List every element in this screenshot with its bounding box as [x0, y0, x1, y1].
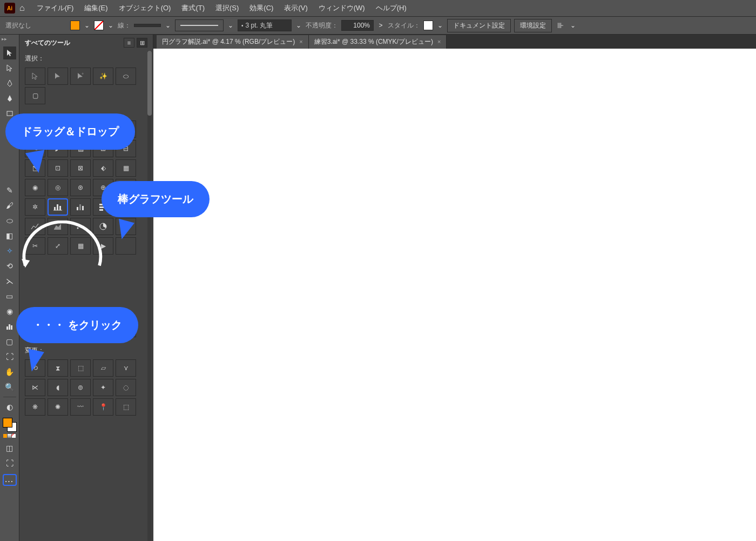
slice-select-cell[interactable]: ⤢ — [48, 237, 68, 255]
artboard-tool[interactable]: ▢ — [3, 335, 16, 348]
hand-tool[interactable]: ✋ — [3, 365, 16, 378]
free-transform-tool[interactable]: ▭ — [3, 290, 16, 303]
stroke-swatch[interactable] — [94, 21, 104, 30]
stroke-dropdown[interactable]: ⌄ — [107, 22, 114, 29]
document-setup-button[interactable]: ドキュメント設定 — [447, 19, 511, 32]
list-view-icon[interactable]: ≡ — [124, 38, 134, 48]
screen-mode-icon[interactable]: ⛶ — [3, 457, 16, 470]
wrinkle-tool-cell[interactable]: 〰 — [70, 398, 91, 416]
menu-window[interactable]: ウィンドウ(W) — [314, 3, 369, 13]
tool-cell[interactable]: ⊡ — [48, 159, 68, 177]
column-graph-tool[interactable] — [3, 320, 16, 333]
shaper-tool[interactable]: ◧ — [3, 229, 16, 242]
opacity-dd[interactable]: > — [377, 22, 384, 29]
menu-type[interactable]: 書式(T) — [177, 3, 209, 13]
menu-object[interactable]: オブジェクト(O) — [114, 3, 176, 13]
stacked-column-graph-cell[interactable] — [70, 198, 91, 216]
scallop-tool-cell[interactable]: ❋ — [25, 398, 45, 416]
slice-tool[interactable]: ⛶ — [3, 350, 16, 363]
menu-effect[interactable]: 効果(C) — [245, 3, 278, 13]
fill-stroke-toggle[interactable]: ◐ — [3, 400, 16, 413]
style-dd[interactable]: ⌄ — [436, 22, 444, 29]
shear-tool-cell[interactable]: ▱ — [93, 359, 113, 377]
brush-select[interactable]: •3 pt. 丸筆 — [238, 19, 292, 31]
perspective-grid-cell[interactable]: ▦ — [70, 237, 91, 255]
tool-cell[interactable]: ▦ — [116, 159, 136, 177]
tool-cell[interactable]: ◉ — [25, 179, 45, 196]
blob-brush-tool[interactable]: ⬭ — [3, 214, 16, 227]
close-icon[interactable]: × — [299, 38, 302, 45]
symbol-sprayer-cell[interactable]: ✲ — [25, 198, 45, 216]
align-icon[interactable]: ⊪ — [555, 21, 566, 30]
tool-cell[interactable]: ◎ — [48, 179, 68, 196]
tool-cell[interactable]: ⬖ — [93, 159, 113, 177]
artboard-tool-cell[interactable]: ▢ — [25, 87, 45, 104]
column-graph-tool-cell[interactable] — [48, 198, 68, 216]
edit-toolbar-button[interactable]: ... — [3, 474, 17, 486]
stroke-profile-select[interactable] — [175, 19, 224, 31]
reshape-tool-cell[interactable]: ⋎ — [116, 359, 136, 377]
home-icon[interactable]: ⌂ — [19, 3, 25, 13]
direct-selection-tool-cell[interactable] — [48, 68, 68, 85]
eyedropper-tool[interactable]: ✎ — [3, 184, 16, 197]
scatter-graph-cell[interactable] — [70, 218, 91, 235]
fill-color[interactable] — [3, 418, 12, 428]
scrollbar-thumb[interactable] — [147, 51, 152, 116]
tool-cell[interactable]: ⊠ — [70, 159, 91, 177]
menu-select[interactable]: 選択(S) — [211, 3, 243, 13]
stroke-weight-dd[interactable]: ⌄ — [164, 22, 172, 29]
magic-wand-tool-cell[interactable]: ✨ — [93, 68, 113, 85]
tab-document-1[interactable]: 円グラフ解説.ai* @ 4.17 % (RGB/プレビュー) × — [157, 35, 309, 49]
brush-dd[interactable]: ⌄ — [295, 22, 302, 29]
rotate-tool[interactable]: ⟲ — [3, 259, 16, 272]
menu-view[interactable]: 表示(V) — [280, 3, 312, 13]
menu-help[interactable]: ヘルプ(H) — [372, 3, 411, 13]
selection-tool[interactable] — [3, 46, 16, 59]
stroke-profile-dd[interactable]: ⌄ — [227, 22, 234, 29]
draw-mode-icon[interactable]: ◫ — [3, 442, 16, 455]
pen-tool[interactable] — [3, 77, 16, 90]
opacity-input[interactable]: 100% — [341, 20, 374, 31]
style-swatch[interactable] — [423, 21, 433, 30]
scrollbar[interactable] — [147, 51, 152, 541]
zoom-tool[interactable]: 🔍 — [3, 380, 16, 393]
fill-swatch[interactable] — [70, 21, 80, 30]
puppet-warp-cell[interactable]: 📍 — [93, 398, 113, 416]
scale-tool-cell[interactable]: ⬚ — [70, 359, 91, 377]
shape-builder-tool[interactable]: ◉ — [3, 305, 16, 318]
close-icon[interactable]: × — [437, 38, 441, 45]
direct-selection-tool[interactable] — [3, 62, 16, 75]
tab-document-2[interactable]: 練習3.ai* @ 33.33 % (CMYK/プレビュー) × — [309, 35, 447, 49]
warp-tool-cell[interactable]: ◖ — [48, 379, 68, 396]
twirl-tool-cell[interactable]: ⊚ — [70, 379, 91, 396]
lasso-tool-cell[interactable]: ⬭ — [116, 68, 136, 85]
group-selection-tool-cell[interactable]: + — [70, 68, 91, 85]
color-mode-icons[interactable] — [3, 434, 16, 439]
color-proxy[interactable] — [3, 418, 17, 432]
pie-graph-cell[interactable] — [93, 218, 113, 235]
reflect-tool-cell[interactable]: ⧗ — [48, 359, 68, 377]
width-tool-cell[interactable]: ⋉ — [25, 379, 45, 396]
grid-view-icon[interactable]: ⊞ — [137, 38, 147, 48]
preferences-button[interactable]: 環境設定 — [514, 19, 552, 32]
pucker-tool-cell[interactable]: ✦ — [93, 379, 113, 396]
width-tool[interactable]: ⋋ — [3, 275, 16, 288]
tool-cell[interactable]: ⊛ — [70, 179, 91, 196]
line-graph-cell[interactable] — [25, 218, 45, 235]
crystallize-tool-cell[interactable]: ✺ — [48, 398, 68, 416]
expand-icon[interactable]: ▸▸ — [2, 36, 7, 42]
curvature-tool[interactable] — [3, 92, 16, 105]
align-dd[interactable]: ⌄ — [569, 22, 577, 29]
selection-tool-cell[interactable] — [25, 68, 45, 85]
free-transform-cell[interactable]: ⬚ — [116, 398, 136, 416]
area-graph-cell[interactable] — [48, 218, 68, 235]
slice-tool-cell[interactable]: ✂ — [25, 237, 45, 255]
bloat-tool-cell[interactable]: ◌ — [116, 379, 136, 396]
perspective-select-cell[interactable]: ▶ — [93, 237, 113, 255]
scissors-tool[interactable]: ✧ — [3, 244, 16, 257]
paintbrush-tool[interactable]: 🖌 — [3, 199, 16, 212]
canvas[interactable] — [153, 49, 756, 541]
menu-edit[interactable]: 編集(E) — [80, 3, 112, 13]
fill-dropdown[interactable]: ⌄ — [83, 22, 91, 29]
menu-file[interactable]: ファイル(F) — [32, 3, 78, 13]
